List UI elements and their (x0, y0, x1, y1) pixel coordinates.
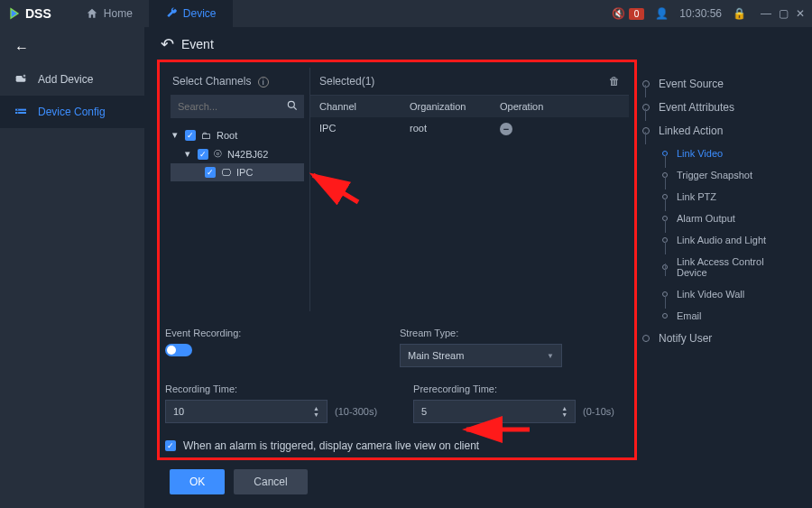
prerecording-time-label: Prerecording Time: (413, 383, 614, 394)
wizard-steps: Event Source Event Attributes Linked Act… (637, 60, 799, 460)
topbar-right: 🔇 0 👤 10:30:56 🔒 — ▢ ✕ (612, 7, 805, 20)
select-channels-header: Select Channels i (165, 68, 309, 95)
selected-label: Selected(1) (319, 75, 374, 88)
event-recording-toggle[interactable] (165, 344, 192, 356)
folder-icon: 🗀 (201, 130, 211, 141)
stream-type-select[interactable]: Main Stream ▼ (400, 344, 562, 367)
user-icon[interactable]: 👤 (655, 7, 669, 20)
step-link-ptz[interactable]: Link PTZ (642, 186, 794, 208)
wrench-icon (165, 7, 178, 20)
table-header: Channel Organization Operation (310, 96, 629, 117)
back-button[interactable]: ← (14, 40, 29, 55)
step-link-access-control[interactable]: Link Access Control Device (642, 251, 794, 283)
event-recording-label: Event Recording: (165, 328, 364, 338)
recording-time-label: Recording Time: (165, 383, 377, 394)
add-device-icon (13, 72, 29, 87)
step-linked-action[interactable]: Linked Action (642, 119, 794, 143)
sidebar: ← Add Device Device Config (0, 27, 144, 508)
tree-label: IPC (236, 167, 253, 178)
tree-device[interactable]: ▾ ✓ ⦾ N42BJ62 (171, 144, 304, 163)
cancel-button[interactable]: Cancel (234, 469, 307, 494)
app-name: DSS (25, 6, 51, 21)
step-email[interactable]: Email (642, 305, 794, 327)
recording-time-input[interactable]: 10 ▲▼ (165, 400, 328, 423)
form-area: Select Channels i ▾ ✓ 🗀 (165, 68, 629, 452)
search-icon (286, 99, 299, 112)
tab-home[interactable]: Home (69, 0, 149, 27)
tab-device[interactable]: Device (149, 0, 233, 27)
checkbox[interactable]: ✓ (205, 167, 216, 178)
select-channels-label: Select Channels (172, 75, 251, 88)
home-icon (86, 7, 98, 20)
tree-channel[interactable]: ✓ 🖵 IPC (171, 163, 304, 181)
form-row-2: Recording Time: 10 ▲▼ (10-300s) Prerecor… (165, 383, 629, 423)
camera-icon: 🖵 (221, 167, 231, 178)
window-controls: — ▢ ✕ (761, 7, 805, 20)
step-alarm-output[interactable]: Alarm Output (642, 208, 794, 229)
step-label: Link Video Wall (677, 289, 744, 300)
step-trigger-snapshot[interactable]: Trigger Snapshot (642, 164, 794, 186)
sidebar-item-device-config[interactable]: Device Config (0, 96, 144, 128)
maximize-button[interactable]: ▢ (779, 7, 789, 20)
step-label: Trigger Snapshot (677, 170, 752, 180)
sidebar-item-label: Device Config (38, 106, 106, 118)
search-input[interactable] (171, 95, 304, 118)
col-organization: Organization (401, 96, 491, 117)
step-link-audio-light[interactable]: Link Audio and Light (642, 229, 794, 251)
step-event-source[interactable]: Event Source (642, 72, 794, 96)
step-label: Link PTZ (677, 191, 716, 202)
close-button[interactable]: ✕ (796, 7, 805, 20)
info-icon[interactable]: i (258, 77, 269, 88)
channels-panel: Select Channels i ▾ ✓ 🗀 (165, 68, 629, 311)
remove-button[interactable]: − (500, 123, 512, 135)
checkbox[interactable]: ✓ (185, 130, 196, 141)
highlight-box: Select Channels i ▾ ✓ 🗀 (157, 60, 637, 460)
caret-down-icon: ▾ (172, 129, 180, 141)
device-config-icon (13, 105, 29, 119)
back-arrow-icon[interactable]: ↶ (161, 34, 174, 54)
step-link-video-wall[interactable]: Link Video Wall (642, 283, 794, 305)
cell-channel: IPC (310, 117, 401, 141)
chevron-down-icon: ▼ (547, 352, 554, 360)
step-link-video[interactable]: Link Video (642, 143, 794, 164)
prerecording-time-value: 5 (421, 406, 427, 417)
channels-left: Select Channels i ▾ ✓ 🗀 (165, 68, 309, 311)
tree-root[interactable]: ▾ ✓ 🗀 Root (171, 125, 304, 144)
tabs: Home Device (69, 0, 233, 27)
logo: DSS (7, 6, 51, 21)
spinner-icon[interactable]: ▲▼ (561, 405, 567, 418)
tree-label: N42BJ62 (227, 149, 268, 160)
tab-label: Device (183, 7, 217, 20)
step-notify-user[interactable]: Notify User (642, 327, 794, 350)
recording-time-value: 10 (173, 406, 184, 417)
ok-button[interactable]: OK (170, 469, 225, 494)
col-channel: Channel (310, 96, 401, 117)
lock-icon[interactable]: 🔒 (733, 7, 746, 20)
volume-icon[interactable]: 🔇 0 (612, 7, 644, 20)
cell-organization: root (401, 117, 491, 141)
footer: OK Cancel (157, 460, 799, 503)
spinner-icon[interactable]: ▲▼ (313, 405, 319, 418)
caret-down-icon: ▾ (185, 148, 192, 160)
checkbox-row: ✓ When an alarm is triggered, display ca… (165, 439, 629, 452)
sidebar-item-label: Add Device (38, 73, 93, 86)
clear-all-icon[interactable]: 🗑 (609, 75, 620, 88)
stream-type-label: Stream Type: (400, 328, 562, 338)
sidebar-item-add-device[interactable]: Add Device (0, 63, 144, 96)
step-event-attributes[interactable]: Event Attributes (642, 96, 794, 119)
svg-rect-2 (15, 109, 26, 111)
step-label: Link Access Control Device (677, 256, 794, 278)
display-live-view-checkbox[interactable]: ✓ (165, 440, 176, 451)
checkbox[interactable]: ✓ (198, 149, 208, 160)
device-icon: ⦾ (214, 148, 222, 160)
content: ↶ Event Select Channels i (144, 27, 812, 508)
prerecording-time-input[interactable]: 5 ▲▼ (413, 400, 576, 423)
page-title: Event (181, 37, 214, 51)
minimize-button[interactable]: — (761, 7, 771, 20)
step-label: Link Audio and Light (677, 235, 766, 245)
stream-type-value: Main Stream (408, 350, 464, 361)
clock-time: 10:30:56 (679, 7, 722, 20)
step-label: Link Video (677, 148, 723, 159)
tab-label: Home (104, 7, 133, 20)
svg-point-6 (288, 101, 294, 107)
